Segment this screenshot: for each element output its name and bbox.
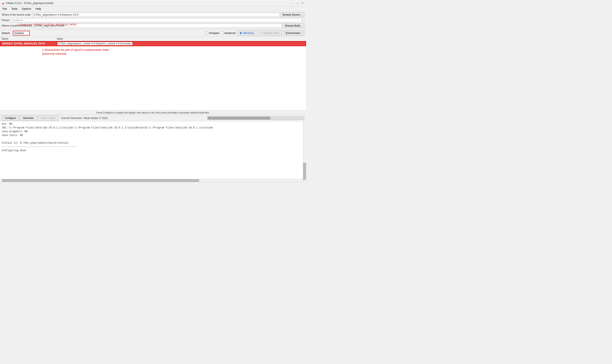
status-text: Press Configure to update and display ne… bbox=[96, 111, 210, 114]
search-input[interactable] bbox=[13, 31, 30, 35]
grouped-label[interactable]: Grouped bbox=[209, 32, 219, 35]
menu-options[interactable]: Options bbox=[21, 7, 32, 11]
top-section: Where is the source code: Browse Source.… bbox=[0, 11, 306, 30]
plus-icon: ✚ bbox=[239, 31, 242, 35]
log-area[interactable]: ant: NO JNI: C:/Program Files/Java/jdk-1… bbox=[0, 121, 306, 182]
menu-help[interactable]: Help bbox=[35, 7, 42, 11]
advanced-checkbox-group: Advanced bbox=[221, 32, 236, 35]
preset-row: Preset: <custom> ▼ 1. Search for "OPENCV… bbox=[2, 18, 304, 23]
advanced-label[interactable]: Advanced bbox=[224, 32, 236, 35]
browse-source-button[interactable]: Browse Source... bbox=[280, 13, 304, 17]
log-line-2: JNI: C:/Program Files/Java/jdk-18.0.1.1/… bbox=[2, 126, 304, 130]
titlebar-controls: ─ □ ✕ bbox=[291, 1, 304, 5]
log-line-6: Install to: D:/Dev_pkgs/opencv/build/ins… bbox=[2, 141, 304, 145]
menubar: File Tools Options Help bbox=[0, 6, 306, 11]
progress-bar-fill bbox=[208, 117, 270, 120]
value-hint-annotation: 2. Browse/Enter the path of OpenCV-contr… bbox=[42, 48, 109, 56]
log-line-8: Configuring done bbox=[2, 149, 304, 153]
table-row[interactable]: OPENCV_EXTRA_MODULES_PATH D:/Dev_pkgs/op… bbox=[0, 41, 306, 46]
add-entry-button[interactable]: ✚ Add Entry bbox=[237, 31, 256, 36]
preset-wrapper: <custom> ▼ bbox=[11, 18, 304, 22]
grouped-checkbox-group: Grouped bbox=[206, 32, 219, 35]
main-table-area: Name Value OPENCV_EXTRA_MODULES_PATH D:/… bbox=[0, 37, 306, 110]
preset-label: Preset: bbox=[2, 19, 10, 22]
toolbar: Search: Grouped Advanced ✚ Add Entry ✕ R… bbox=[0, 30, 306, 37]
progress-bar bbox=[207, 117, 304, 120]
environment-button[interactable]: Environment... bbox=[283, 31, 304, 36]
generate-button[interactable]: Generate bbox=[20, 116, 37, 121]
preset-select[interactable]: <custom> bbox=[11, 18, 304, 22]
titlebar-title: CMake 3.23.2 - D:/Dev_pkgs/opencv/build bbox=[6, 2, 53, 5]
cell-name: OPENCV_EXTRA_MODULES_PATH bbox=[2, 42, 57, 45]
log-line-1: ant: NO bbox=[2, 122, 304, 126]
scrollbar-thumb[interactable] bbox=[303, 163, 306, 180]
log-scrollbar[interactable] bbox=[303, 121, 306, 182]
search-label: Search: bbox=[2, 32, 10, 35]
x-icon: ✕ bbox=[260, 32, 263, 35]
remove-entry-button[interactable]: ✕ Remove Entry bbox=[258, 31, 282, 36]
configure-button[interactable]: Configure bbox=[2, 116, 19, 121]
open-project-button[interactable]: Open Project bbox=[38, 116, 59, 121]
maximize-button[interactable]: □ bbox=[296, 1, 300, 5]
search-input-wrapper bbox=[13, 31, 30, 35]
log-line-4: Java tests: NO bbox=[2, 133, 304, 137]
h-scrollbar-thumb[interactable] bbox=[2, 179, 199, 182]
titlebar-left: ▲ CMake 3.23.2 - D:/Dev_pkgs/opencv/buil… bbox=[2, 1, 53, 5]
binaries-row: Where to build the binaries: Browse Buil… bbox=[2, 23, 304, 28]
menu-tools[interactable]: Tools bbox=[10, 7, 18, 11]
advanced-checkbox[interactable] bbox=[221, 32, 224, 34]
minimize-button[interactable]: ─ bbox=[291, 1, 295, 5]
cell-value[interactable]: D:/Dev_pkgs/opencv_contrib-4.6.0/opencv_… bbox=[57, 41, 133, 46]
titlebar: ▲ CMake 3.23.2 - D:/Dev_pkgs/opencv/buil… bbox=[0, 0, 306, 6]
table-header: Name Value bbox=[0, 37, 306, 41]
action-bar: Configure Generate Open Project Current … bbox=[0, 115, 306, 121]
menu-file[interactable]: File bbox=[2, 7, 8, 11]
source-label: Where is the source code: bbox=[2, 13, 31, 16]
col-name-header: Name bbox=[2, 37, 56, 40]
app-icon: ▲ bbox=[2, 1, 5, 5]
app-window: ▲ CMake 3.23.2 - D:/Dev_pkgs/opencv/buil… bbox=[0, 0, 306, 182]
status-bar: Press Configure to update and display ne… bbox=[0, 110, 306, 115]
source-input[interactable] bbox=[32, 13, 279, 17]
log-line-3: Java wrappers: NO bbox=[2, 130, 304, 133]
browse-build-button[interactable]: Browse Build... bbox=[283, 23, 304, 28]
generator-label: Current Generator: Visual Studio 17 2022 bbox=[61, 117, 108, 120]
source-row: Where is the source code: Browse Source.… bbox=[2, 12, 304, 17]
log-line-7: ----------------------------------------… bbox=[2, 145, 304, 149]
binaries-input[interactable] bbox=[34, 24, 282, 28]
col-value-header: Value bbox=[56, 37, 304, 40]
horizontal-scrollbar[interactable] bbox=[0, 179, 303, 182]
binaries-label: Where to build the binaries: bbox=[2, 24, 32, 27]
log-line-5 bbox=[2, 137, 304, 141]
grouped-checkbox[interactable] bbox=[206, 32, 208, 34]
close-button[interactable]: ✕ bbox=[301, 1, 304, 5]
